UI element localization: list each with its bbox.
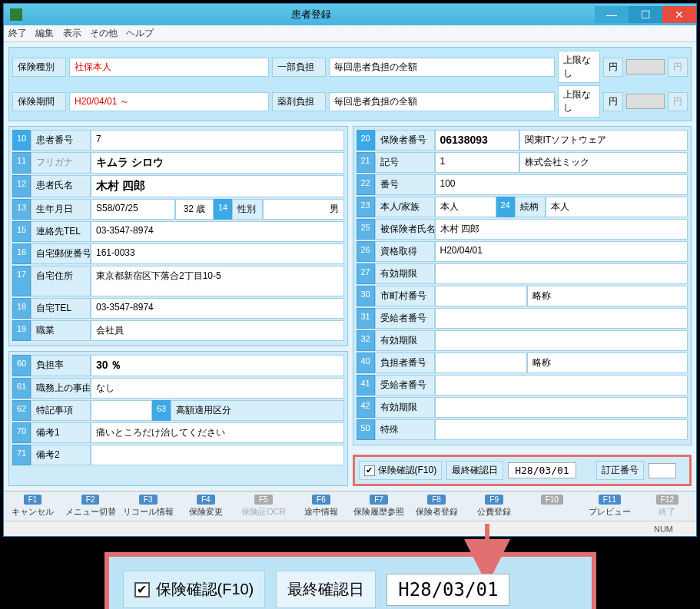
dob-label: 生年月日 <box>31 199 91 220</box>
valid-32-label: 有効期限 <box>375 330 435 351</box>
f1-cancel[interactable]: F1キャンセル <box>5 495 60 518</box>
copay-limit: 上限なし <box>558 51 600 83</box>
num-70: 70 <box>12 422 31 443</box>
recipient-41-label: 受給者番号 <box>375 375 435 396</box>
maximize-button[interactable]: ☐ <box>629 6 662 23</box>
f8-insurer-reg[interactable]: F8保険者登録 <box>410 495 464 518</box>
valid-42-label: 有効期限 <box>375 397 435 418</box>
municipality-label: 市町村番号 <box>375 286 435 306</box>
valid-42[interactable] <box>435 397 688 418</box>
num-42: 42 <box>357 397 375 418</box>
insurance-confirm-callout: ✔ 保険確認(F10) 最終確認日 H28/03/01 <box>105 552 596 609</box>
remark1-label: 備考1 <box>31 422 91 443</box>
close-button[interactable]: ✕ <box>662 6 696 23</box>
menu-view[interactable]: 表示 <box>63 28 81 38</box>
pharm-amount <box>626 94 665 109</box>
burden-rate[interactable]: 30 ％ <box>91 355 344 376</box>
callout-toggle: ✔ 保険確認(F10) <box>123 571 266 608</box>
pharm-limit: 上限なし <box>558 85 600 117</box>
burden-panel: 60負担率30 ％ 61職務上の事由なし 62 特記事項 63 高額適用区分 7… <box>8 351 348 486</box>
valid-until[interactable] <box>435 263 688 284</box>
work-reason[interactable]: なし <box>91 378 344 399</box>
f11-preview[interactable]: F11プレビュー <box>582 495 637 518</box>
recipient-no[interactable] <box>435 308 688 329</box>
patient-name[interactable]: 木村 四郎 <box>91 175 344 197</box>
f3-recall[interactable]: F3リコール情報 <box>121 495 175 518</box>
home-tel[interactable]: 03-3547-8974 <box>91 298 344 319</box>
patient-name-label: 患者氏名 <box>31 175 91 197</box>
ins-period-label: 保険期間 <box>12 92 66 111</box>
insured-name-label: 被保険者氏名 <box>375 219 435 240</box>
num-17: 17 <box>12 266 31 296</box>
f4-ins-change[interactable]: F4保険変更 <box>178 495 233 518</box>
pharm-label: 薬剤負担 <box>272 92 326 111</box>
num-21: 21 <box>357 152 375 173</box>
special[interactable] <box>435 419 688 440</box>
relation[interactable]: 本人 <box>546 197 688 217</box>
number-label: 番号 <box>375 174 435 195</box>
municipality-abbr: 略称 <box>527 286 688 306</box>
menu-end[interactable]: 終了 <box>8 28 27 38</box>
number[interactable]: 100 <box>435 174 688 195</box>
menubar: 終了 編集 表示 その他 ヘルプ <box>4 25 696 42</box>
dob[interactable]: S58/07/25 <box>91 199 175 220</box>
menu-other[interactable]: その他 <box>90 28 118 38</box>
copay-label: 一部負担 <box>272 58 326 77</box>
minimize-button[interactable]: — <box>595 6 629 23</box>
correction-no-label: 訂正番号 <box>596 461 644 480</box>
num-61: 61 <box>12 378 31 399</box>
insured-name[interactable]: 木村 四郎 <box>435 219 688 240</box>
num-40: 40 <box>357 352 375 373</box>
valid-until-label: 有効期限 <box>375 263 435 284</box>
ins-period-value: H20/04/01 ～ <box>69 92 269 111</box>
insurance-confirm-toggle[interactable]: ✔ 保険確認(F10) <box>359 461 443 480</box>
furigana[interactable]: キムラ シロウ <box>91 152 344 174</box>
insurer-no[interactable]: 06138093 <box>435 130 519 151</box>
valid-32[interactable] <box>435 330 688 351</box>
f7-history[interactable]: F7保険履歴参照 <box>351 495 406 518</box>
person-family[interactable]: 本人 <box>435 197 496 217</box>
address[interactable]: 東京都新宿区下落合2丁目10-5 <box>91 266 344 296</box>
num-10: 10 <box>12 130 31 151</box>
num-13: 13 <box>12 199 31 220</box>
recipient-41[interactable] <box>435 375 688 396</box>
num-12: 12 <box>12 175 31 197</box>
symbol[interactable]: 1 <box>435 152 519 173</box>
menu-help[interactable]: ヘルプ <box>126 28 154 38</box>
payer-no[interactable] <box>435 352 527 373</box>
sex-label: 性別 <box>232 199 263 220</box>
f6-midinfo[interactable]: F6途中情報 <box>294 495 348 518</box>
num-23: 23 <box>357 197 375 217</box>
num-14: 14 <box>214 199 232 220</box>
notes[interactable] <box>91 400 152 421</box>
f9-public-fund[interactable]: F9公費登録 <box>467 495 522 518</box>
window-title: 患者登録 <box>27 8 595 22</box>
f2-menu-switch[interactable]: F2メニュー切替 <box>63 495 118 518</box>
qualification-label: 資格取得 <box>375 241 435 262</box>
fkey-toolbar: F1キャンセル F2メニュー切替 F3リコール情報 F4保険変更 F5保険証OC… <box>4 491 696 521</box>
num-63: 63 <box>152 400 171 421</box>
menu-edit[interactable]: 編集 <box>35 28 54 38</box>
correction-no-field[interactable] <box>649 463 676 478</box>
sex[interactable]: 男 <box>263 199 344 220</box>
zip[interactable]: 161-0033 <box>91 243 344 264</box>
last-confirm-date[interactable]: H28/03/01 <box>508 462 576 478</box>
num-31: 31 <box>357 308 375 329</box>
company: 株式会社ミック <box>519 152 688 173</box>
contact-tel[interactable]: 03-3547-8974 <box>91 221 344 242</box>
app-window: 患者登録 — ☐ ✕ 終了 編集 表示 その他 ヘルプ 保険種別 社保本人 一部… <box>3 3 697 537</box>
remark1[interactable]: 痛いところだけ治してください <box>91 422 344 443</box>
insurance-confirm-checkbox[interactable]: ✔ <box>364 465 375 476</box>
qualification[interactable]: H20/04/01 <box>435 241 688 262</box>
age: 32 歳 <box>175 199 214 220</box>
patient-no[interactable]: 7 <box>91 130 344 151</box>
yen-label-2b: 円 <box>668 92 688 111</box>
num-20: 20 <box>357 130 375 151</box>
municipality[interactable] <box>435 286 527 306</box>
remark2[interactable] <box>91 445 344 465</box>
callout-date-label: 最終確認日 <box>276 571 376 608</box>
num-25: 25 <box>357 219 375 240</box>
occupation[interactable]: 会社員 <box>91 320 344 341</box>
num-32: 32 <box>357 330 375 351</box>
occupation-label: 職業 <box>31 320 91 341</box>
